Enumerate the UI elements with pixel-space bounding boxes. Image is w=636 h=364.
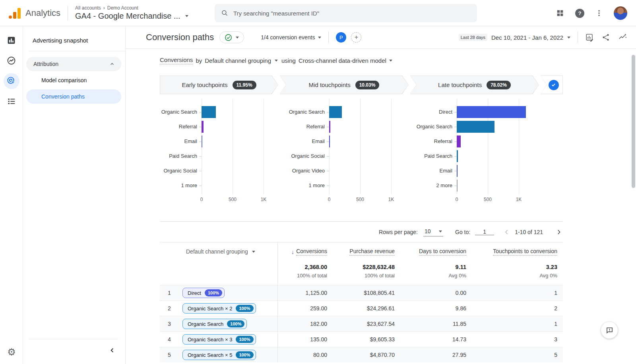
chart-row: 1 more (287, 178, 405, 193)
sidebar-item-advertising-snapshot[interactable]: Advertising snapshot (23, 26, 125, 51)
channel-charts: Organic SearchReferralEmailPaid SearchOr… (160, 105, 636, 205)
category-label: Organic Video (287, 168, 329, 174)
table-cell: 1,125.00 (306, 290, 328, 296)
table-row: 1Direct100%1,125.00$108,805.410.001 (160, 285, 563, 300)
chevron-up-icon (109, 61, 115, 67)
user-avatar[interactable] (614, 6, 627, 20)
insights-icon[interactable] (618, 33, 627, 42)
property-selector[interactable]: GA4 - Google Merchandise ... (75, 12, 188, 21)
nav-explore-icon[interactable] (0, 50, 23, 71)
chart-row: 1 more (160, 178, 277, 193)
search-bar[interactable] (215, 4, 477, 22)
column-header-conversions[interactable]: ↓ Conversions (291, 248, 327, 256)
report-status-selector[interactable] (219, 31, 244, 43)
top-app-bar: Analytics All accounts › Demo Account GA… (0, 0, 636, 26)
divider (277, 242, 278, 362)
chart-row: Organic Search (287, 105, 405, 119)
table-row: 4Organic Search × 3100%135.00$9,605.3314… (160, 331, 563, 347)
credit-pct-badge: 100% (227, 320, 244, 327)
table-cell: $24,296.61 (367, 305, 395, 312)
table-cell: $9,605.33 (370, 336, 395, 343)
chart-row: Email (415, 163, 532, 178)
apps-grid-icon[interactable] (556, 9, 564, 17)
table-cell: 3 (554, 336, 563, 343)
funnel-early-touchpoints[interactable]: Early touchpoints 11.95% (160, 76, 278, 94)
nav-rail: ⚙ (0, 26, 23, 364)
collapse-sidebar-icon[interactable] (109, 347, 116, 355)
category-label: Referral (287, 124, 329, 130)
nav-advertising-icon[interactable] (0, 71, 23, 91)
chart-row: Referral (415, 134, 532, 149)
share-icon[interactable] (601, 33, 610, 42)
search-icon (221, 9, 229, 17)
category-label: 2 more (415, 182, 457, 188)
admin-gear-icon[interactable]: ⚙ (0, 347, 23, 358)
column-header-days-to-conversion[interactable]: Days to conversion (419, 248, 466, 256)
bar (457, 180, 458, 192)
x-axis: 05001K (160, 197, 277, 205)
x-axis: 05001K (415, 197, 532, 205)
chart-row: Organic Search (160, 105, 277, 119)
table-cell: 182.00 (310, 321, 327, 327)
edit-chart-icon[interactable] (585, 33, 594, 42)
chevron-down-icon (439, 230, 442, 232)
next-page-icon[interactable] (555, 228, 563, 236)
divider (68, 6, 68, 20)
x-tick-label: 1K (388, 197, 394, 202)
sidebar-item-conversion-paths[interactable]: Conversion paths (26, 89, 121, 104)
funnel-conversion[interactable] (540, 76, 563, 94)
search-input[interactable] (233, 10, 471, 17)
column-header-touchpoints[interactable]: Touchpoints to conversion (493, 248, 563, 256)
axis-tick (199, 186, 202, 186)
table-row: 3Organic Search100%182.00$23,627.5411.85… (160, 316, 563, 331)
divider (578, 31, 578, 43)
axis-tick (199, 156, 202, 157)
axis-tick (199, 171, 202, 171)
collaborator-avatar[interactable]: P (336, 32, 346, 43)
x-tick-label: 1K (261, 197, 267, 202)
more-vert-icon[interactable] (595, 9, 603, 17)
page-title: Conversion paths (146, 32, 214, 43)
dimension-selector[interactable]: Default channel grouping (205, 57, 271, 64)
category-label: Organic Search (160, 109, 202, 115)
funnel-late-touchpoints[interactable]: Late touchpoints 78.02% (410, 76, 539, 94)
account-block[interactable]: All accounts › Demo Account GA4 - Google… (75, 5, 188, 21)
nav-library-icon[interactable] (0, 91, 23, 111)
metric-selector[interactable]: Conversions (160, 56, 193, 64)
table-cell: 27.95 (452, 352, 466, 358)
vertical-scrollbar[interactable] (632, 55, 635, 188)
previous-page-icon[interactable] (503, 228, 511, 236)
goto-page-input[interactable] (475, 228, 494, 235)
touchpoint-funnel: Early touchpoints 11.95% Mid touchpoints… (160, 76, 563, 94)
sidebar-section-attribution[interactable]: Attribution (26, 57, 121, 71)
conversion-events-filter[interactable]: 1/4 conversion events (261, 34, 321, 41)
category-label: Email (415, 168, 457, 174)
report-filter-bar: Conversions by Default channel grouping … (160, 56, 636, 65)
help-icon[interactable]: ? (575, 9, 584, 18)
product-name: Analytics (25, 8, 60, 18)
funnel-mid-touchpoints[interactable]: Mid touchpoints 10.03% (279, 76, 409, 94)
table-pagination: Rows per page: 10 Go to: 1-10 of 121 (160, 221, 563, 242)
table-cell: 0.00 (456, 290, 466, 296)
axis-tick (327, 156, 329, 157)
table-cell: $23,627.54 (367, 321, 395, 327)
bar (202, 121, 204, 133)
channel-path-chip: Organic Search × 5100% (182, 350, 256, 360)
add-collaborator-button[interactable]: + (351, 32, 361, 43)
dimension-header[interactable]: Default channel grouping (160, 248, 277, 255)
date-range-selector[interactable]: Dec 10, 2021 - Jan 6, 2022 (491, 34, 563, 41)
column-header-purchase-revenue[interactable]: Purchase revenue (349, 248, 395, 256)
nav-reports-icon[interactable] (0, 30, 23, 50)
credit-pct-badge: 100% (205, 289, 222, 296)
credit-pct-badge: 100% (236, 336, 253, 343)
breadcrumb[interactable]: All accounts › Demo Account (75, 5, 188, 11)
x-axis: 05001K (287, 197, 405, 205)
chart-row: Organic Social (287, 149, 405, 163)
rows-per-page-select[interactable]: 10 (423, 227, 443, 236)
sidebar-item-model-comparison[interactable]: Model comparison (26, 73, 121, 87)
bar (457, 136, 461, 147)
feedback-button[interactable] (601, 322, 618, 339)
category-label: Email (160, 138, 202, 144)
model-selector[interactable]: Cross-channel data-driven model (299, 57, 386, 64)
divider (29, 51, 125, 51)
